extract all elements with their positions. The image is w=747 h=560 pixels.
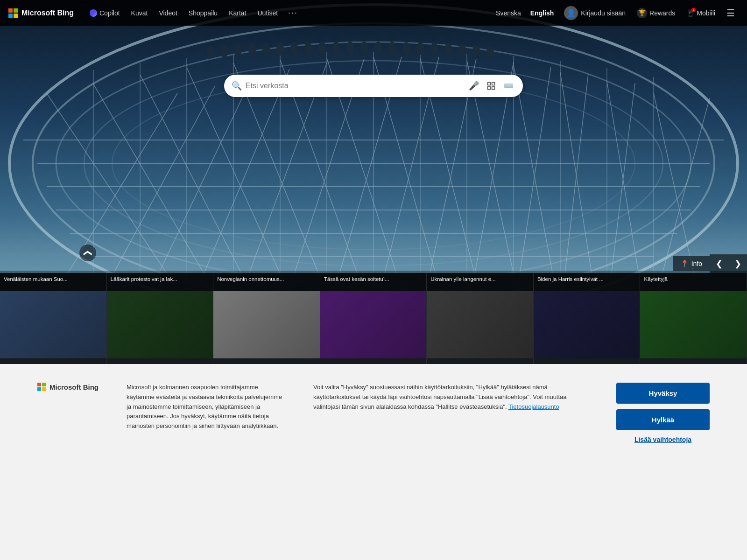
- more-options-button[interactable]: Lisää vaihtoehtoja: [616, 436, 710, 443]
- info-next-button[interactable]: ❯: [728, 254, 747, 273]
- news-title-3: Tässä ovat kesän soitetuì...: [320, 273, 427, 291]
- news-grid: Venäläisten mukaan Suo...Lääkärit protes…: [0, 273, 747, 364]
- nav-more-button[interactable]: ···: [284, 6, 302, 20]
- news-item-4[interactable]: Ukrainan ylle langennut e...: [427, 273, 534, 364]
- nav-lang-svenska[interactable]: Svenska: [493, 7, 524, 19]
- consent-logo-text: Microsoft Bing: [49, 383, 99, 391]
- nav-links: Copilot Kuvat Videot Shoppailu Kartat Uu…: [85, 6, 493, 20]
- location-icon: 📍: [681, 260, 689, 267]
- copilot-icon: [90, 9, 97, 17]
- chevron-left-icon: ❮: [716, 259, 723, 269]
- svg-point-57: [234, 44, 242, 57]
- news-item-3[interactable]: Tässä ovat kesän soitetuì...: [320, 273, 427, 364]
- svg-rect-80: [492, 87, 495, 90]
- ms-logo-small: [37, 383, 46, 391]
- news-thumb-2: [213, 291, 320, 358]
- svg-point-58: [248, 43, 256, 56]
- accept-button[interactable]: Hyväksy: [616, 383, 710, 404]
- phone-icon: 📱 1: [686, 9, 694, 17]
- svg-point-63: [318, 42, 326, 55]
- svg-rect-79: [488, 87, 491, 90]
- user-avatar-icon: 👤: [564, 6, 578, 20]
- mobile-button[interactable]: 📱 1 Mobiili: [683, 7, 719, 19]
- consent-text-col-1: Microsoft ja kolmannen osapuolen toimitt…: [127, 383, 285, 431]
- phone-badge: 1: [691, 8, 696, 12]
- hero-section: 🔍 🎤 ⌨️ ❮ 📍: [0, 0, 747, 364]
- info-label: Info: [691, 260, 702, 267]
- news-thumb-0: [0, 291, 106, 358]
- news-title-0: Venäläisten mukaan Suo...: [0, 273, 106, 291]
- svg-point-62: [304, 42, 312, 55]
- decline-button[interactable]: Hylkää: [616, 409, 710, 430]
- news-title-4: Ukrainan ylle langennut e...: [427, 273, 533, 291]
- chevron-right-icon: ❯: [734, 259, 741, 269]
- nav-kuvat[interactable]: Kuvat: [127, 7, 153, 20]
- trophy-icon: 🏆: [637, 8, 647, 18]
- hamburger-menu-button[interactable]: ☰: [723, 6, 739, 21]
- svg-point-56: [220, 45, 228, 58]
- nav-shoppailu[interactable]: Shoppailu: [184, 7, 222, 20]
- news-title-5: Biden ja Harris esiintyivät ...: [534, 273, 640, 291]
- search-container: 🔍 🎤 ⌨️: [224, 75, 523, 97]
- info-prev-button[interactable]: ❮: [710, 254, 728, 273]
- news-item-5[interactable]: Biden ja Harris esiintyivät ...: [534, 273, 641, 364]
- search-input[interactable]: [246, 82, 455, 90]
- signin-button[interactable]: 👤 Kirjaudu sisään: [560, 4, 629, 22]
- voice-search-button[interactable]: 🎤: [467, 79, 481, 93]
- search-divider: [461, 79, 461, 92]
- news-item-6[interactable]: Käytettyjä: [640, 273, 747, 364]
- svg-point-65: [346, 42, 354, 55]
- svg-point-70: [416, 42, 424, 55]
- privacy-link[interactable]: Tietosuojalausunto: [508, 403, 559, 410]
- svg-point-66: [360, 42, 368, 55]
- news-item-2[interactable]: Norwegianin onnettomuus...: [213, 273, 320, 364]
- nav-videot[interactable]: Videot: [154, 7, 182, 20]
- consent-logo: Microsoft Bing: [37, 383, 99, 391]
- navbar: Microsoft Bing Copilot Kuvat Videot Shop…: [0, 0, 747, 26]
- microsoft-logo-icon: [8, 8, 18, 18]
- news-title-6: Käytettyjä: [640, 273, 747, 291]
- svg-point-67: [374, 42, 382, 55]
- nav-uutiset[interactable]: Uutiset: [253, 7, 283, 20]
- news-title-2: Norwegianin onnettomuus...: [213, 273, 320, 291]
- svg-rect-78: [492, 83, 495, 85]
- consent-logo-col: Microsoft Bing: [37, 383, 99, 400]
- search-icon: 🔍: [232, 81, 242, 91]
- logo-text: Microsoft Bing: [21, 9, 74, 17]
- svg-rect-77: [488, 83, 491, 85]
- location-info-button[interactable]: 📍 Info: [673, 256, 710, 271]
- svg-point-61: [290, 42, 298, 55]
- news-title-1: Lääkärit protestoivat ja lak...: [107, 273, 213, 291]
- nav-lang-english[interactable]: English: [528, 7, 557, 19]
- svg-point-64: [332, 42, 340, 55]
- consent-paragraph-2: Voit valita "Hyväksy" suostuessasi näihi…: [313, 383, 588, 412]
- scroll-down-button[interactable]: ❮: [79, 245, 96, 261]
- keyboard-search-button[interactable]: ⌨️: [501, 79, 515, 93]
- rewards-button[interactable]: 🏆 Rewards: [633, 6, 679, 20]
- svg-point-68: [388, 42, 396, 55]
- news-thumb-5: [534, 291, 640, 358]
- news-thumb-1: [107, 291, 213, 358]
- nav-right: Svenska English 👤 Kirjaudu sisään 🏆 Rewa…: [493, 4, 739, 22]
- consent-section: Microsoft Bing Microsoft ja kolmannen os…: [0, 364, 747, 462]
- consent-buttons: Hyväksy Hylkää Lisää vaihtoehtoja: [616, 383, 710, 443]
- svg-point-73: [458, 44, 466, 57]
- svg-point-75: [486, 46, 494, 59]
- chevron-down-icon: ❮: [83, 250, 93, 257]
- consent-text-col-2: Voit valita "Hyväksy" suostuessasi näihi…: [313, 383, 588, 412]
- info-bar: 📍 Info ❮ ❯: [673, 254, 747, 273]
- search-bar: 🔍 🎤 ⌨️: [224, 75, 523, 97]
- news-thumb-3: [320, 291, 427, 358]
- nav-kartat[interactable]: Kartat: [224, 7, 251, 20]
- bing-logo[interactable]: Microsoft Bing: [8, 8, 74, 18]
- svg-point-69: [402, 42, 410, 55]
- svg-point-74: [472, 45, 480, 58]
- svg-point-72: [444, 43, 452, 56]
- news-item-1[interactable]: Lääkärit protestoivat ja lak...: [107, 273, 214, 364]
- svg-point-55: [206, 46, 214, 59]
- nav-copilot[interactable]: Copilot: [85, 7, 125, 20]
- news-strip: Venäläisten mukaan Suo...Lääkärit protes…: [0, 273, 747, 364]
- news-item-0[interactable]: Venäläisten mukaan Suo...: [0, 273, 107, 364]
- svg-point-60: [276, 42, 284, 56]
- visual-search-button[interactable]: [485, 79, 498, 92]
